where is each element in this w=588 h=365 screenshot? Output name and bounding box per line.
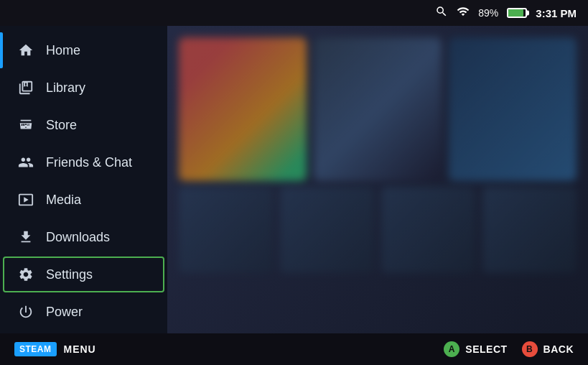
wifi-icon <box>457 5 470 21</box>
battery-percent: 89% <box>478 7 498 19</box>
main-area: Home Library Store Friends & Chat <box>0 26 588 333</box>
content-area <box>167 26 588 333</box>
a-button-icon: A <box>444 341 459 357</box>
sidebar-item-media[interactable]: Media <box>3 182 164 218</box>
small-card-4 <box>482 187 577 273</box>
media-icon <box>17 191 34 208</box>
home-label: Home <box>46 43 80 58</box>
select-label: SELECT <box>465 343 507 355</box>
back-label: BACK <box>543 343 574 355</box>
home-icon <box>17 42 34 59</box>
steam-badge: STEAM <box>14 342 57 356</box>
power-label: Power <box>46 305 83 320</box>
sidebar-item-store[interactable]: Store <box>3 107 164 143</box>
sidebar-item-power[interactable]: Power <box>3 294 164 330</box>
b-button-icon: B <box>522 341 538 357</box>
store-icon <box>17 116 34 134</box>
power-icon <box>17 303 34 320</box>
settings-icon <box>17 266 34 283</box>
friends-chat-label: Friends & Chat <box>46 155 132 170</box>
sidebar-item-settings[interactable]: Settings <box>3 257 164 292</box>
game-card-1 <box>179 37 307 181</box>
sidebar-item-friends-chat[interactable]: Friends & Chat <box>3 144 164 180</box>
sidebar: Home Library Store Friends & Chat <box>0 26 167 333</box>
back-button[interactable]: B BACK <box>522 341 574 357</box>
small-card-2 <box>280 187 374 273</box>
sidebar-item-downloads[interactable]: Downloads <box>3 219 164 255</box>
bottom-bar: STEAM MENU A SELECT B BACK <box>0 333 588 365</box>
downloads-label: Downloads <box>46 230 110 245</box>
content-blur <box>167 26 588 333</box>
game-card-2 <box>314 37 442 181</box>
store-label: Store <box>46 118 77 133</box>
small-card-1 <box>179 187 273 273</box>
clock: 3:31 PM <box>536 7 577 19</box>
menu-label: MENU <box>64 343 96 355</box>
action-buttons: A SELECT B BACK <box>444 341 574 357</box>
top-cards-row <box>179 37 577 181</box>
small-card-3 <box>381 187 475 273</box>
media-label: Media <box>46 193 81 208</box>
bottom-cards-row <box>179 187 577 273</box>
steam-menu[interactable]: STEAM MENU <box>14 342 96 356</box>
select-button[interactable]: A SELECT <box>444 341 507 357</box>
game-card-3 <box>449 37 577 181</box>
battery-indicator <box>507 8 527 18</box>
settings-label: Settings <box>46 267 93 282</box>
status-bar: 89% 3:31 PM <box>0 0 588 26</box>
library-icon <box>17 79 34 96</box>
downloads-icon <box>17 228 34 246</box>
sidebar-item-library[interactable]: Library <box>3 70 164 106</box>
library-label: Library <box>46 80 85 96</box>
friends-icon <box>17 154 34 171</box>
sidebar-item-home[interactable]: Home <box>3 32 164 68</box>
search-icon[interactable] <box>435 5 448 21</box>
